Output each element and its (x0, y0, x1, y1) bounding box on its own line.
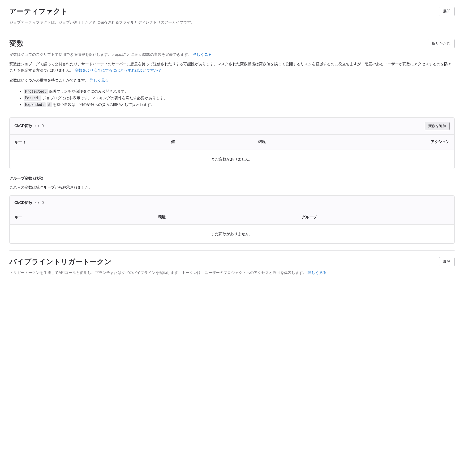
card-title: CI/CD変数 (14, 200, 32, 206)
pipeline-triggers-section: パイプライントリガートークン 展開 トリガートークンを生成してAPIコールと使用… (10, 250, 454, 282)
intro-text: 変数はジョブのスクリプトで使用できる情報を保存します。projectごとに最大8… (10, 51, 454, 58)
cicd-variables-card: CI/CD変数 0 変数を追加 キー ↑ 値 環境 アクション まだ変数がありま… (10, 118, 454, 169)
artifacts-description: ジョブアーティファクトは、ジョブが終了したときに保存されるファイルとディレクトリ… (10, 19, 454, 26)
card-title-group: CI/CD変数 0 (14, 200, 44, 206)
code-icon (35, 201, 39, 205)
triggers-desc-body: トリガートークンを生成してAPIコールと使用し、ブランチまたはタグのパイプライン… (10, 271, 307, 275)
empty-state: まだ変数がありません。 (10, 225, 454, 243)
triggers-description: トリガートークンを生成してAPIコールと使用し、ブランチまたはタグのパイプライン… (10, 270, 454, 276)
empty-state: まだ変数がありません。 (10, 150, 454, 169)
expand-button[interactable]: 展開 (439, 7, 454, 16)
code-tag: Protected: (24, 89, 48, 94)
section-header: パイプライントリガートークン 展開 (10, 256, 454, 267)
artifacts-title: アーティファクト (10, 6, 68, 17)
attr-text: 保護ブランチや保護タグにのみ公開されます。 (48, 89, 128, 93)
variables-section: 変数 折りたたむ 変数はジョブのスクリプトで使用できる情報を保存します。proj… (10, 32, 454, 250)
col-key-label: キー (14, 139, 22, 145)
inherited-variables-card: CI/CD変数 0 キー 環境 グループ まだ変数がありません。 (10, 196, 454, 244)
expand-button[interactable]: 展開 (439, 257, 454, 266)
attributes-list: Protected: 保護ブランチや保護タグにのみ公開されます。 Masked:… (10, 88, 454, 108)
variables-intro: 変数はジョブのスクリプトで使用できる情報を保存します。projectごとに最大8… (10, 51, 454, 58)
triggers-title: パイプライントリガートークン (10, 256, 112, 267)
intro-body: 変数はジョブのスクリプトで使用できる情報を保存します。projectごとに最大8… (10, 52, 192, 57)
add-variable-button[interactable]: 変数を追加 (425, 122, 450, 130)
variable-count: 0 (42, 200, 44, 206)
column-key: キー (14, 214, 158, 220)
card-header: CI/CD変数 0 変数を追加 (10, 118, 454, 135)
table-header: キー 環境 グループ (10, 210, 454, 225)
column-environment: 環境 (258, 139, 354, 145)
variables-attributes-intro: 変数はいくつかの属性を持つことができます。 詳しく見る (10, 77, 454, 83)
column-action: アクション (354, 139, 450, 145)
group-variables-title: グループ変数 (継承) (10, 176, 454, 181)
code-tag: Expanded: (24, 102, 46, 107)
section-header: 変数 折りたたむ (10, 38, 454, 49)
artifacts-section: アーティファクト 展開 ジョブアーティファクトは、ジョブが終了したときに保存され… (10, 0, 454, 32)
learn-more-link[interactable]: 詳しく見る (193, 52, 212, 57)
attribute-item-protected: Protected: 保護ブランチや保護タグにのみ公開されます。 (24, 88, 454, 95)
group-variables-description: これらの変数は親グループから継承されました。 (10, 185, 454, 190)
card-title: CI/CD変数 (14, 123, 32, 129)
learn-more-link[interactable]: 詳しく見る (308, 271, 327, 275)
variable-count: 0 (42, 123, 44, 129)
table-header: キー ↑ 値 環境 アクション (10, 135, 454, 150)
attribute-item-expanded: Expanded: $ を持つ変数は、別の変数への参照の開始として扱われます。 (24, 101, 454, 108)
secure-variables-link[interactable]: 変数をより安全にするにはどうすればよいですか？ (75, 68, 162, 72)
code-tag-dollar: $ (47, 102, 52, 107)
code-tag: Masked: (24, 96, 41, 101)
attr-intro-body: 変数はいくつかの属性を持つことができます。 (10, 78, 89, 82)
sort-arrow-up-icon: ↑ (23, 139, 26, 145)
learn-more-link[interactable]: 詳しく見る (90, 78, 109, 82)
section-header: アーティファクト 展開 (10, 6, 454, 17)
column-group: グループ (302, 214, 450, 220)
variables-warning: 変数はジョブログで誤って公開されたり、サードパーティのサーバーに悪意を持って送信… (10, 61, 454, 73)
column-environment: 環境 (158, 214, 302, 220)
collapse-button[interactable]: 折りたたむ (428, 39, 454, 48)
card-header: CI/CD変数 0 (10, 196, 454, 210)
column-key[interactable]: キー ↑ (14, 139, 171, 145)
attr-text: を持つ変数は、別の変数への参照の開始として扱われます。 (52, 103, 155, 107)
variables-title: 変数 (10, 38, 24, 49)
card-title-group: CI/CD変数 0 (14, 123, 44, 129)
column-value: 値 (171, 139, 258, 145)
code-icon (35, 124, 39, 128)
attr-text: ジョブログでは非表示です。マスキングの要件を満たす必要があります。 (41, 96, 167, 100)
attribute-item-masked: Masked: ジョブログでは非表示です。マスキングの要件を満たす必要があります… (24, 95, 454, 101)
